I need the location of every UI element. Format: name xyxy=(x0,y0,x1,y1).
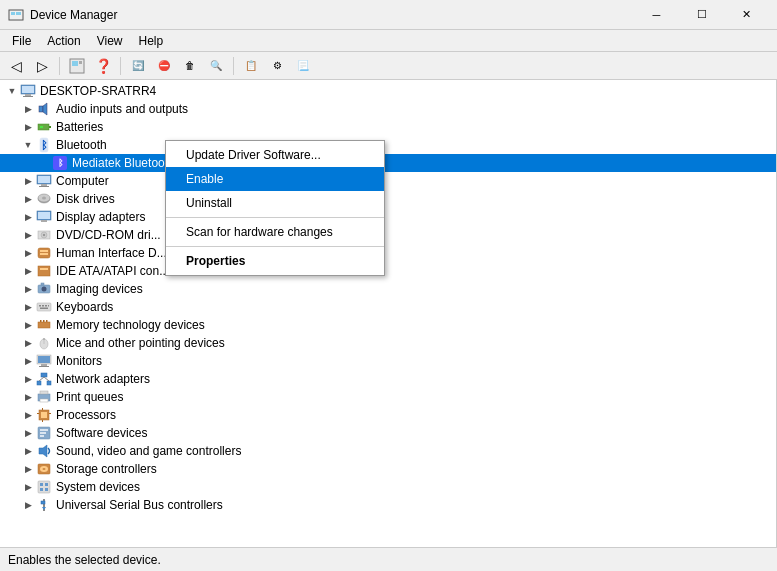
memory-expand[interactable]: ▶ xyxy=(20,317,36,333)
tree-item-audio[interactable]: ▶ Audio inputs and outputs xyxy=(0,100,776,118)
disk-expand[interactable]: ▶ xyxy=(20,191,36,207)
window-controls: ─ ☐ ✕ xyxy=(634,0,769,30)
tree-item-display[interactable]: ▶ Display adapters xyxy=(0,208,776,226)
status-text: Enables the selected device. xyxy=(8,553,161,567)
tree-item-bt-device[interactable]: ᛒ Mediatek Bluetooth Adaptor xyxy=(0,154,776,172)
tree-item-keyboards[interactable]: ▶ Keyboards xyxy=(0,298,776,316)
svg-rect-20 xyxy=(39,186,49,187)
tree-root[interactable]: ▼ DESKTOP-SRATRR4 xyxy=(0,82,776,100)
show-all-button[interactable]: 📋 xyxy=(239,55,263,77)
sound-expand[interactable]: ▶ xyxy=(20,443,36,459)
help-button[interactable]: ❓ xyxy=(91,55,115,77)
network-expand[interactable]: ▶ xyxy=(20,371,36,387)
svg-rect-70 xyxy=(40,429,48,431)
update-driver-button[interactable]: 🔄 xyxy=(126,55,150,77)
tree-item-ide[interactable]: ▶ IDE ATA/ATAPI con... xyxy=(0,262,776,280)
root-expand[interactable]: ▼ xyxy=(4,83,20,99)
display-icon xyxy=(36,209,52,225)
system-expand[interactable]: ▶ xyxy=(20,479,36,495)
storage-label: Storage controllers xyxy=(56,462,776,476)
forward-button[interactable]: ▷ xyxy=(30,55,54,77)
system-label: System devices xyxy=(56,480,776,494)
usb-icon xyxy=(36,497,52,513)
keyboards-expand[interactable]: ▶ xyxy=(20,299,36,315)
processors-expand[interactable]: ▶ xyxy=(20,407,36,423)
resources-button[interactable]: ⚙ xyxy=(265,55,289,77)
events-button[interactable]: 📃 xyxy=(291,55,315,77)
tree-item-disk[interactable]: ▶ Disk drives xyxy=(0,190,776,208)
print-expand[interactable]: ▶ xyxy=(20,389,36,405)
svg-rect-25 xyxy=(38,212,50,219)
context-update-driver[interactable]: Update Driver Software... xyxy=(166,143,384,167)
tree-item-usb[interactable]: ▶ Universal Serial Bus controllers xyxy=(0,496,776,514)
tree-item-computer[interactable]: ▶ Computer xyxy=(0,172,776,190)
menu-file[interactable]: File xyxy=(4,32,39,50)
menu-view[interactable]: View xyxy=(89,32,131,50)
tree-item-processors[interactable]: ▶ Processors xyxy=(0,406,776,424)
svg-rect-79 xyxy=(45,483,48,486)
minimize-button[interactable]: ─ xyxy=(634,0,679,30)
main-content: ▼ DESKTOP-SRATRR4 ▶ Audio inputs and xyxy=(0,80,777,547)
tree-item-monitors[interactable]: ▶ Monitors xyxy=(0,352,776,370)
svg-rect-66 xyxy=(49,413,51,414)
svg-rect-34 xyxy=(40,268,48,270)
svg-rect-80 xyxy=(40,488,43,491)
tree-item-imaging[interactable]: ▶ Imaging devices xyxy=(0,280,776,298)
svg-rect-72 xyxy=(40,435,44,437)
device-tree[interactable]: ▼ DESKTOP-SRATRR4 ▶ Audio inputs and xyxy=(0,80,777,547)
menu-action[interactable]: Action xyxy=(39,32,88,50)
toolbar-sep-1 xyxy=(59,57,60,75)
svg-rect-65 xyxy=(37,413,39,414)
hid-icon xyxy=(36,245,52,261)
uninstall-button[interactable]: 🗑 xyxy=(178,55,202,77)
tree-item-mice[interactable]: ▶ Mice and other pointing devices xyxy=(0,334,776,352)
context-enable[interactable]: Enable xyxy=(166,167,384,191)
context-properties[interactable]: Properties xyxy=(166,249,384,273)
tree-item-sound[interactable]: ▶ Sound, video and game controllers xyxy=(0,442,776,460)
disable-button[interactable]: ⛔ xyxy=(152,55,176,77)
context-scan[interactable]: Scan for hardware changes xyxy=(166,220,384,244)
batteries-expand[interactable]: ▶ xyxy=(20,119,36,135)
audio-expand[interactable]: ▶ xyxy=(20,101,36,117)
computer-expand[interactable]: ▶ xyxy=(20,173,36,189)
toolbar: ◁ ▷ ❓ 🔄 ⛔ 🗑 🔍 📋 ⚙ 📃 xyxy=(0,52,777,80)
tree-item-memory[interactable]: ▶ Memory technology devices xyxy=(0,316,776,334)
tree-item-print[interactable]: ▶ Print queues xyxy=(0,388,776,406)
svg-rect-19 xyxy=(41,184,47,186)
properties-button[interactable] xyxy=(65,55,89,77)
svg-line-59 xyxy=(44,377,49,381)
toolbar-sep-2 xyxy=(120,57,121,75)
menu-help[interactable]: Help xyxy=(131,32,172,50)
back-button[interactable]: ◁ xyxy=(4,55,28,77)
tree-item-software[interactable]: ▶ Software devices xyxy=(0,424,776,442)
imaging-expand[interactable]: ▶ xyxy=(20,281,36,297)
svg-rect-43 xyxy=(40,308,48,310)
svg-rect-40 xyxy=(42,305,44,307)
ide-expand[interactable]: ▶ xyxy=(20,263,36,279)
tree-item-system[interactable]: ▶ System devices xyxy=(0,478,776,496)
menu-bar: File Action View Help xyxy=(0,30,777,52)
context-uninstall[interactable]: Uninstall xyxy=(166,191,384,215)
tree-item-dvd[interactable]: ▶ DVD/CD-ROM dri... xyxy=(0,226,776,244)
tree-item-storage[interactable]: ▶ Storage controllers xyxy=(0,460,776,478)
close-button[interactable]: ✕ xyxy=(724,0,769,30)
disk-icon xyxy=(36,191,52,207)
monitors-expand[interactable]: ▶ xyxy=(20,353,36,369)
tree-item-hid[interactable]: ▶ Human Interface D... xyxy=(0,244,776,262)
display-expand[interactable]: ▶ xyxy=(20,209,36,225)
audio-icon xyxy=(36,101,52,117)
svg-rect-39 xyxy=(39,305,41,307)
storage-expand[interactable]: ▶ xyxy=(20,461,36,477)
tree-item-network[interactable]: ▶ Network adapters xyxy=(0,370,776,388)
tree-item-bluetooth[interactable]: ▼ ᛒ Bluetooth xyxy=(0,136,776,154)
dvd-expand[interactable]: ▶ xyxy=(20,227,36,243)
bluetooth-expand[interactable]: ▼ xyxy=(20,137,36,153)
hid-expand[interactable]: ▶ xyxy=(20,245,36,261)
scan-button[interactable]: 🔍 xyxy=(204,55,228,77)
restore-button[interactable]: ☐ xyxy=(679,0,724,30)
software-expand[interactable]: ▶ xyxy=(20,425,36,441)
usb-expand[interactable]: ▶ xyxy=(20,497,36,513)
tree-item-batteries[interactable]: ▶ Batteries xyxy=(0,118,776,136)
mice-expand[interactable]: ▶ xyxy=(20,335,36,351)
print-label: Print queues xyxy=(56,390,776,404)
